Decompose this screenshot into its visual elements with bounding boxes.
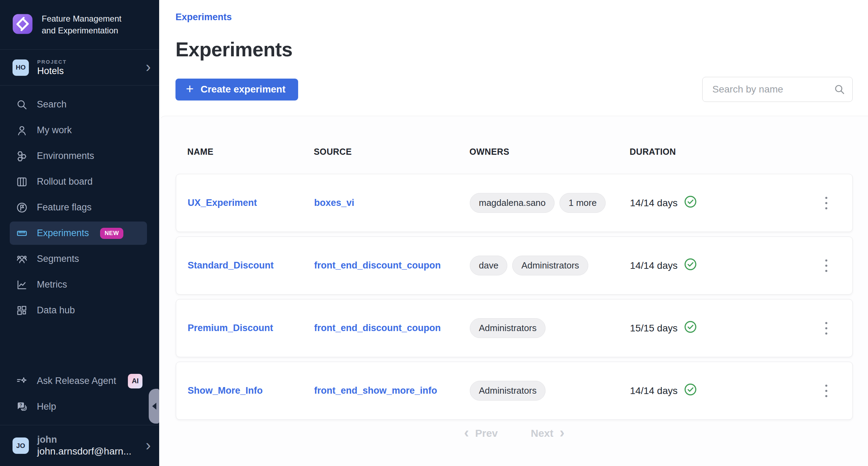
sidebar-item-label: Rollout board <box>37 176 93 187</box>
owner-pill: 1 more <box>559 193 606 213</box>
row-actions-kebab-icon[interactable] <box>807 193 845 213</box>
chevron-right-icon: › <box>146 59 151 74</box>
sidebar-footer-nav: Ask Release AgentAI?Help <box>0 367 159 425</box>
new-badge: NEW <box>100 228 123 239</box>
metrics-icon <box>15 278 28 291</box>
sidebar-item-search[interactable]: Search <box>10 93 147 116</box>
sidebar-item-label: Help <box>37 401 56 412</box>
column-header-source: SOURCE <box>314 147 469 157</box>
project-selector[interactable]: HO PROJECT Hotels › <box>0 50 159 86</box>
source-link[interactable]: boxes_vi <box>314 198 354 208</box>
environments-icon <box>15 150 28 163</box>
owner-pill: magdalena.sano <box>470 193 555 213</box>
project-label: PROJECT <box>37 59 67 65</box>
main-content: Experiments Experiments + Create experim… <box>159 0 868 466</box>
experiment-name-link[interactable]: Standard_Discount <box>188 260 274 271</box>
status-complete-icon <box>683 383 697 399</box>
table-row: Show_More_Infofront_end_show_more_infoAd… <box>176 362 853 420</box>
my-work-icon <box>15 124 28 137</box>
experiment-name-link[interactable]: UX_Experiment <box>188 198 257 208</box>
user-menu[interactable]: JO john john.arnsdorf@harn... › <box>0 425 159 466</box>
page-title: Experiments <box>175 38 853 61</box>
search-icon <box>15 98 28 111</box>
project-avatar: HO <box>13 59 29 76</box>
sidebar-item-label: Experiments <box>37 228 89 239</box>
chevron-right-icon: › <box>146 437 151 453</box>
plus-icon: + <box>186 81 194 96</box>
status-complete-icon <box>683 195 697 211</box>
create-experiment-label: Create experiment <box>200 84 285 95</box>
sidebar-item-label: My work <box>37 125 72 136</box>
table-row: UX_Experimentboxes_vimagdalena.sano1 mor… <box>176 174 853 232</box>
column-header-duration: DURATION <box>630 147 853 157</box>
experiment-name-link[interactable]: Premium_Discount <box>188 323 273 333</box>
owner-pill: Administrators <box>470 381 546 401</box>
owner-pill: dave <box>470 256 507 275</box>
table-header-row: NAMESOURCEOWNERSDURATION <box>176 147 853 157</box>
release-agent-icon <box>15 375 28 388</box>
source-link[interactable]: front_end_discount_coupon <box>314 323 441 333</box>
project-name: Hotels <box>37 66 67 77</box>
duration-text: 15/15 days <box>630 323 678 334</box>
app-title: Feature Management and Experimentation <box>42 13 135 37</box>
owners-cell: Administrators <box>470 381 630 401</box>
owner-pill: Administrators <box>470 318 546 338</box>
duration-text: 14/14 days <box>630 260 678 271</box>
pagination: ‹ Prev Next › <box>176 427 853 439</box>
user-name: john <box>37 434 131 445</box>
sidebar-item-experiments[interactable]: ExperimentsNEW <box>10 222 147 245</box>
sidebar-item-label: Segments <box>37 254 79 264</box>
prev-page-button[interactable]: ‹ Prev <box>464 427 498 439</box>
help-icon: ? <box>15 400 28 413</box>
source-link[interactable]: front_end_discount_coupon <box>314 260 441 271</box>
sidebar-item-rollout-board[interactable]: Rollout board <box>10 170 147 193</box>
app-brand[interactable]: Feature Management and Experimentation <box>0 0 159 50</box>
user-email: john.arnsdorf@harn... <box>37 446 131 457</box>
sidebar-item-environments[interactable]: Environments <box>10 144 147 168</box>
experiment-name-link[interactable]: Show_More_Info <box>188 385 263 396</box>
search-box <box>702 77 853 102</box>
sidebar-item-label: Environments <box>37 151 94 161</box>
sidebar-item-label: Metrics <box>37 279 67 290</box>
app-window: Feature Management and Experimentation H… <box>0 0 868 466</box>
sidebar-item-ask-release-agent[interactable]: Ask Release AgentAI <box>10 369 147 393</box>
next-label: Next <box>531 427 554 439</box>
owner-pill: Administrators <box>512 256 588 275</box>
svg-text:?: ? <box>19 402 22 408</box>
source-link[interactable]: front_end_show_more_info <box>314 385 437 396</box>
status-complete-icon <box>683 257 697 274</box>
sidebar-item-data-hub[interactable]: Data hub <box>10 299 147 322</box>
table-row: Standard_Discountfront_end_discount_coup… <box>176 236 853 295</box>
ai-badge: AI <box>128 374 142 388</box>
next-page-button[interactable]: Next › <box>531 427 565 439</box>
table-row: Premium_Discountfront_end_discount_coupo… <box>176 299 853 357</box>
create-experiment-button[interactable]: + Create experiment <box>175 79 298 101</box>
column-header-owners: OWNERS <box>469 147 630 157</box>
sidebar-item-metrics[interactable]: Metrics <box>10 273 147 296</box>
sidebar-item-label: Feature flags <box>37 202 92 213</box>
app-logo-icon <box>12 13 33 36</box>
sidebar-item-label: Ask Release Agent <box>37 376 116 386</box>
sidebar-item-segments[interactable]: Segments <box>10 247 147 271</box>
search-input[interactable] <box>702 77 853 102</box>
feature-flags-icon <box>15 201 28 214</box>
breadcrumb[interactable]: Experiments <box>175 12 232 23</box>
sidebar-item-help[interactable]: ?Help <box>10 395 147 418</box>
row-actions-kebab-icon[interactable] <box>807 381 845 401</box>
column-header-name: NAME <box>187 147 314 157</box>
sidebar: Feature Management and Experimentation H… <box>0 0 159 466</box>
sidebar-item-my-work[interactable]: My work <box>10 119 147 142</box>
sidebar-item-feature-flags[interactable]: Feature flags <box>10 196 147 219</box>
row-actions-kebab-icon[interactable] <box>807 256 845 275</box>
duration-text: 14/14 days <box>630 198 678 209</box>
duration-text: 14/14 days <box>630 385 678 396</box>
segments-icon <box>15 252 28 266</box>
owners-cell: daveAdministrators <box>470 256 630 275</box>
row-actions-kebab-icon[interactable] <box>807 319 845 338</box>
sidebar-nav: SearchMy workEnvironmentsRollout boardFe… <box>0 86 159 324</box>
experiments-list-panel: NAMESOURCEOWNERSDURATION UX_Experimentbo… <box>159 116 868 466</box>
sidebar-item-label: Data hub <box>37 305 75 316</box>
sidebar-collapse-handle[interactable] <box>149 389 159 424</box>
search-icon <box>833 83 846 96</box>
table-body: UX_Experimentboxes_vimagdalena.sano1 mor… <box>176 174 853 420</box>
